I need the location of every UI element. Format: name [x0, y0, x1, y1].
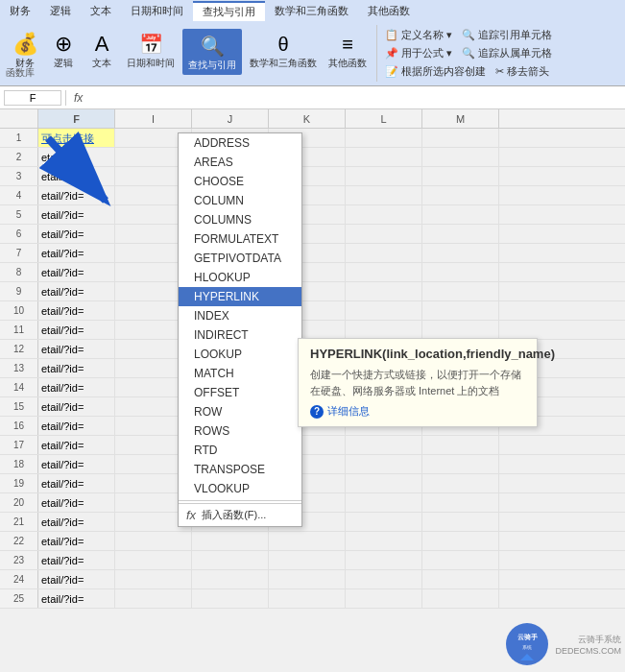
cell-f1[interactable]: 可点击链接 — [38, 129, 115, 147]
cell-f18[interactable]: etail/?id= — [38, 455, 115, 473]
menu-item-columns[interactable]: COLUMNS — [179, 210, 301, 229]
cell-l23[interactable] — [346, 551, 422, 569]
cell-m22[interactable] — [422, 532, 499, 550]
cell-j22[interactable] — [192, 532, 269, 550]
cell-m9[interactable] — [422, 282, 499, 300]
cell-f22[interactable]: etail/?id= — [38, 532, 115, 550]
cell-m19[interactable] — [422, 474, 499, 492]
cell-l6[interactable] — [346, 225, 422, 243]
cell-f6[interactable]: etail/?id= — [38, 225, 115, 243]
cell-f10[interactable]: etail/?id= — [38, 301, 115, 320]
cell-l18[interactable] — [346, 455, 422, 473]
cell-m2[interactable] — [422, 148, 499, 166]
cell-f11[interactable]: etail/?id= — [38, 321, 115, 339]
cell-f8[interactable]: etail/?id= — [38, 263, 115, 281]
cell-i23[interactable] — [115, 551, 192, 569]
cell-f21[interactable]: etail/?id= — [38, 513, 115, 531]
btn-datetime[interactable]: 📅 日期和时间 — [123, 29, 179, 71]
cell-j25[interactable] — [192, 589, 269, 608]
cell-l8[interactable] — [346, 263, 422, 281]
cell-l19[interactable] — [346, 474, 422, 492]
cell-f23[interactable]: etail/?id= — [38, 551, 115, 569]
cell-l9[interactable] — [346, 282, 422, 300]
btn-remove-arrow[interactable]: ✂ 移去箭头 — [493, 63, 551, 80]
cell-f14[interactable]: etail/?id= — [38, 378, 115, 396]
btn-trace-dep[interactable]: 🔍 追踪从属单元格 — [460, 45, 554, 61]
menu-item-areas[interactable]: AREAS — [179, 153, 301, 172]
menu-item-offset[interactable]: OFFSET — [179, 383, 301, 402]
cell-j23[interactable] — [192, 551, 269, 569]
name-box[interactable] — [4, 90, 61, 106]
tab-datetime[interactable]: 日期和时间 — [121, 2, 193, 20]
menu-item-lookup[interactable]: LOOKUP — [179, 345, 301, 364]
menu-item-match[interactable]: MATCH — [179, 364, 301, 383]
menu-item-getpivotdata[interactable]: GETPIVOTDATA — [179, 249, 301, 268]
cell-l5[interactable] — [346, 205, 422, 224]
cell-l3[interactable] — [346, 167, 422, 185]
cell-m25[interactable] — [422, 589, 499, 608]
tab-lookup[interactable]: 查找与引用 — [193, 1, 265, 21]
btn-text[interactable]: A 文本 — [84, 29, 119, 71]
btn-logic[interactable]: ⊕ 逻辑 — [46, 29, 81, 71]
btn-create-from-sel[interactable]: 📝 根据所选内容创建 — [383, 63, 488, 80]
menu-item-hyperlink[interactable]: HYPERLINK — [179, 287, 301, 306]
cell-l10[interactable] — [346, 301, 422, 320]
menu-item-indirect[interactable]: INDIRECT — [179, 325, 301, 345]
cell-f13[interactable]: etail/?id= — [38, 359, 115, 377]
cell-f9[interactable]: etail/?id= — [38, 282, 115, 300]
cell-m23[interactable] — [422, 551, 499, 569]
btn-finance[interactable]: 💰 财务 — [8, 29, 42, 71]
cell-k22[interactable] — [269, 532, 346, 550]
cell-f17[interactable]: etail/?id= — [38, 436, 115, 454]
col-header-i[interactable]: I — [115, 109, 192, 128]
cell-m8[interactable] — [422, 263, 499, 281]
cell-f4[interactable]: etail/?id= — [38, 186, 115, 204]
btn-define-name[interactable]: 📋 定义名称 ▾ — [383, 27, 454, 43]
btn-trace-ref[interactable]: 🔍 追踪引用单元格 — [460, 27, 554, 43]
cell-i25[interactable] — [115, 589, 192, 608]
cell-f25[interactable]: etail/?id= — [38, 589, 115, 608]
cell-f3[interactable]: etail/?id= — [38, 167, 115, 185]
cell-m5[interactable] — [422, 205, 499, 224]
cell-j24[interactable] — [192, 570, 269, 588]
menu-item-column[interactable]: COLUMN — [179, 191, 301, 210]
cell-l4[interactable] — [346, 186, 422, 204]
tab-finance[interactable]: 财务 — [0, 2, 40, 20]
tab-math[interactable]: 数学和三角函数 — [265, 2, 358, 20]
tab-otherfn[interactable]: 其他函数 — [358, 2, 420, 20]
cell-m20[interactable] — [422, 493, 499, 512]
menu-insert-function[interactable]: fx 插入函数(F)... — [179, 503, 301, 526]
cell-m17[interactable] — [422, 436, 499, 454]
cell-l25[interactable] — [346, 589, 422, 608]
cell-l22[interactable] — [346, 532, 422, 550]
cell-l1[interactable] — [346, 129, 422, 147]
cell-f5[interactable]: etail/?id= — [38, 205, 115, 224]
cell-m6[interactable] — [422, 225, 499, 243]
cell-m7[interactable] — [422, 244, 499, 262]
menu-item-hlookup[interactable]: HLOOKUP — [179, 268, 301, 287]
btn-lookup[interactable]: 🔍 查找与引用 — [182, 29, 242, 75]
cell-f24[interactable]: etail/?id= — [38, 570, 115, 588]
cell-f20[interactable]: etail/?id= — [38, 493, 115, 512]
cell-m11[interactable] — [422, 321, 499, 339]
cell-m24[interactable] — [422, 570, 499, 588]
cell-m3[interactable] — [422, 167, 499, 185]
cell-m4[interactable] — [422, 186, 499, 204]
col-header-m[interactable]: M — [422, 109, 499, 128]
col-header-j[interactable]: J — [192, 109, 269, 128]
btn-math[interactable]: θ 数学和三角函数 — [246, 29, 321, 71]
tab-logic[interactable]: 逻辑 — [40, 2, 81, 20]
cell-f12[interactable]: etail/?id= — [38, 340, 115, 358]
menu-item-vlookup[interactable]: VLOOKUP — [179, 479, 301, 498]
menu-item-rtd[interactable]: RTD — [179, 441, 301, 460]
btn-otherfn[interactable]: ≡ 其他函数 — [325, 29, 371, 71]
menu-item-row[interactable]: ROW — [179, 402, 301, 421]
btn-use-formula[interactable]: 📌 用于公式 ▾ — [383, 45, 454, 61]
cell-l17[interactable] — [346, 436, 422, 454]
cell-k24[interactable] — [269, 570, 346, 588]
cell-l21[interactable] — [346, 513, 422, 531]
cell-m21[interactable] — [422, 513, 499, 531]
cell-m1[interactable] — [422, 129, 499, 147]
cell-l24[interactable] — [346, 570, 422, 588]
cell-i22[interactable] — [115, 532, 192, 550]
